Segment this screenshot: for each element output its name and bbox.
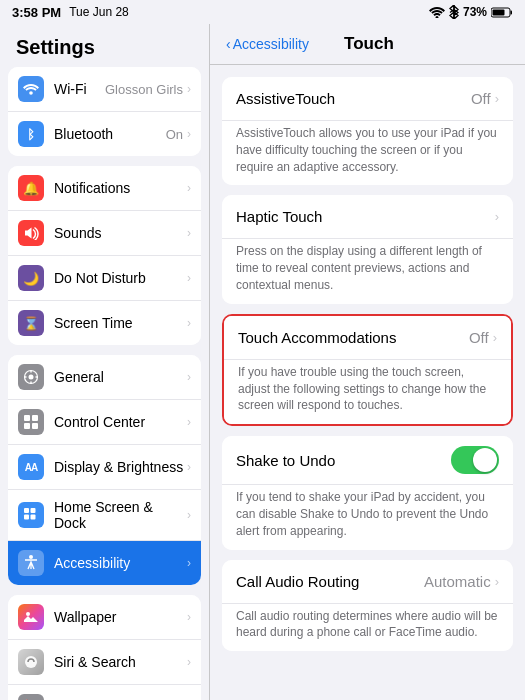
notifications-icon: 🔔 bbox=[18, 175, 44, 201]
assistivetouch-chevron-icon: › bbox=[495, 91, 499, 106]
sidebar-item-sounds-label: Sounds bbox=[54, 225, 187, 241]
shakeundo-row[interactable]: Shake to Undo bbox=[222, 436, 513, 485]
notifications-chevron-icon: › bbox=[187, 181, 191, 195]
back-button[interactable]: ‹ Accessibility bbox=[226, 36, 309, 52]
assistivetouch-row[interactable]: AssistiveTouch Off › bbox=[222, 77, 513, 121]
svg-rect-11 bbox=[24, 415, 30, 421]
svg-rect-3 bbox=[493, 9, 505, 15]
status-time: 3:58 PM bbox=[12, 5, 61, 20]
svg-point-19 bbox=[29, 555, 33, 559]
sidebar-item-bluetooth[interactable]: ᛒ Bluetooth On › bbox=[8, 112, 201, 156]
sidebar-item-screentime-label: Screen Time bbox=[54, 315, 187, 331]
shakeundo-group: Shake to Undo If you tend to shake your … bbox=[222, 436, 513, 549]
toggle-knob bbox=[473, 448, 497, 472]
sidebar-item-notifications[interactable]: 🔔 Notifications › bbox=[8, 166, 201, 211]
svg-point-20 bbox=[26, 612, 30, 616]
accessibility-icon bbox=[18, 550, 44, 576]
callaudio-row[interactable]: Call Audio Routing Automatic › bbox=[222, 560, 513, 604]
svg-point-6 bbox=[29, 375, 34, 380]
sidebar-section-alerts: 🔔 Notifications › Sounds › 🌙 bbox=[8, 166, 201, 345]
sidebar-item-siri[interactable]: Siri & Search › bbox=[8, 640, 201, 685]
svg-point-21 bbox=[25, 656, 37, 668]
sidebar: Settings Wi-Fi Glosson Girls › ᛒ bbox=[0, 24, 210, 700]
sidebar-item-bluetooth-value: On bbox=[166, 127, 183, 142]
sidebar-item-homescreen-label: Home Screen & Dock bbox=[54, 499, 187, 531]
sidebar-item-wifi-label: Wi-Fi bbox=[54, 81, 105, 97]
wifi-status-icon bbox=[429, 6, 445, 18]
general-icon bbox=[18, 364, 44, 390]
sidebar-item-donotdisturb[interactable]: 🌙 Do Not Disturb › bbox=[8, 256, 201, 301]
svg-rect-12 bbox=[32, 415, 38, 421]
sidebar-item-notifications-label: Notifications bbox=[54, 180, 187, 196]
detail-panel: ‹ Accessibility Touch AssistiveTouch Off… bbox=[210, 24, 525, 700]
svg-point-4 bbox=[29, 91, 33, 95]
sidebar-item-controlcenter-label: Control Center bbox=[54, 414, 187, 430]
sounds-chevron-icon: › bbox=[187, 226, 191, 240]
sidebar-item-general-label: General bbox=[54, 369, 187, 385]
homescreen-icon bbox=[18, 502, 44, 528]
wallpaper-chevron-icon: › bbox=[187, 610, 191, 624]
svg-rect-14 bbox=[32, 423, 38, 429]
sidebar-item-homescreen[interactable]: Home Screen & Dock › bbox=[8, 490, 201, 541]
touchaccommodations-description: If you have trouble using the touch scre… bbox=[224, 360, 511, 424]
assistivetouch-description: AssistiveTouch allows you to use your iP… bbox=[222, 121, 513, 185]
svg-rect-16 bbox=[31, 508, 36, 513]
sidebar-item-wifi-value: Glosson Girls bbox=[105, 82, 183, 97]
sidebar-item-general[interactable]: General › bbox=[8, 355, 201, 400]
sidebar-item-displaybrightness[interactable]: AA Display & Brightness › bbox=[8, 445, 201, 490]
bluetooth-chevron-icon: › bbox=[187, 127, 191, 141]
sidebar-item-screentime[interactable]: ⌛ Screen Time › bbox=[8, 301, 201, 345]
sidebar-item-controlcenter[interactable]: Control Center › bbox=[8, 400, 201, 445]
battery-icon bbox=[491, 7, 513, 18]
sidebar-title: Settings bbox=[0, 24, 209, 67]
shakeundo-label: Shake to Undo bbox=[236, 452, 451, 469]
touchaccommodations-row[interactable]: Touch Accommodations Off › bbox=[224, 316, 511, 360]
display-icon: AA bbox=[18, 454, 44, 480]
detail-header: ‹ Accessibility Touch bbox=[210, 24, 525, 65]
sidebar-item-wallpaper-label: Wallpaper bbox=[54, 609, 187, 625]
siri-chevron-icon: › bbox=[187, 655, 191, 669]
svg-rect-15 bbox=[24, 508, 29, 513]
sidebar-item-sounds[interactable]: Sounds › bbox=[8, 211, 201, 256]
touchaccommodations-group: Touch Accommodations Off › If you have t… bbox=[222, 314, 513, 426]
screentime-icon: ⌛ bbox=[18, 310, 44, 336]
applepencil-icon: ✏️ bbox=[18, 694, 44, 700]
shakeundo-description: If you tend to shake your iPad by accide… bbox=[222, 485, 513, 549]
screentime-chevron-icon: › bbox=[187, 316, 191, 330]
bluetooth-icon: ᛒ bbox=[18, 121, 44, 147]
assistivetouch-group: AssistiveTouch Off › AssistiveTouch allo… bbox=[222, 77, 513, 185]
sidebar-item-siri-label: Siri & Search bbox=[54, 654, 187, 670]
sidebar-section-system: General › Control Center › AA Display & bbox=[8, 355, 201, 585]
haptictouch-row[interactable]: Haptic Touch › bbox=[222, 195, 513, 239]
sidebar-item-accessibility[interactable]: Accessibility › bbox=[8, 541, 201, 585]
sidebar-item-accessibility-label: Accessibility bbox=[54, 555, 187, 571]
sidebar-item-wallpaper[interactable]: Wallpaper › bbox=[8, 595, 201, 640]
haptictouch-description: Press on the display using a different l… bbox=[222, 239, 513, 303]
touchaccommodations-label: Touch Accommodations bbox=[238, 329, 469, 346]
sidebar-section-network: Wi-Fi Glosson Girls › ᛒ Bluetooth On › bbox=[8, 67, 201, 156]
donotdisturb-icon: 🌙 bbox=[18, 265, 44, 291]
dnd-chevron-icon: › bbox=[187, 271, 191, 285]
controlcenter-chevron-icon: › bbox=[187, 415, 191, 429]
wifi-chevron-icon: › bbox=[187, 82, 191, 96]
general-chevron-icon: › bbox=[187, 370, 191, 384]
accessibility-chevron-icon: › bbox=[187, 556, 191, 570]
back-chevron-icon: ‹ bbox=[226, 36, 231, 52]
svg-rect-18 bbox=[31, 515, 36, 520]
svg-rect-2 bbox=[511, 10, 513, 14]
callaudio-label: Call Audio Routing bbox=[236, 573, 424, 590]
sidebar-section-personal: Wallpaper › Siri & Search › ✏️ Apple Pen… bbox=[8, 595, 201, 700]
callaudio-chevron-icon: › bbox=[495, 574, 499, 589]
callaudio-value: Automatic bbox=[424, 573, 491, 590]
battery-percent: 73% bbox=[463, 5, 487, 19]
sidebar-item-wifi[interactable]: Wi-Fi Glosson Girls › bbox=[8, 67, 201, 112]
touchaccommodations-chevron-icon: › bbox=[493, 330, 497, 345]
haptictouch-group: Haptic Touch › Press on the display usin… bbox=[222, 195, 513, 303]
shakeundo-toggle[interactable] bbox=[451, 446, 499, 474]
wifi-icon bbox=[18, 76, 44, 102]
status-date: Tue Jun 28 bbox=[69, 5, 129, 19]
svg-point-0 bbox=[435, 16, 438, 18]
svg-rect-17 bbox=[24, 515, 29, 520]
assistivetouch-value: Off bbox=[471, 90, 491, 107]
sidebar-item-applepencil[interactable]: ✏️ Apple Pencil › bbox=[8, 685, 201, 700]
